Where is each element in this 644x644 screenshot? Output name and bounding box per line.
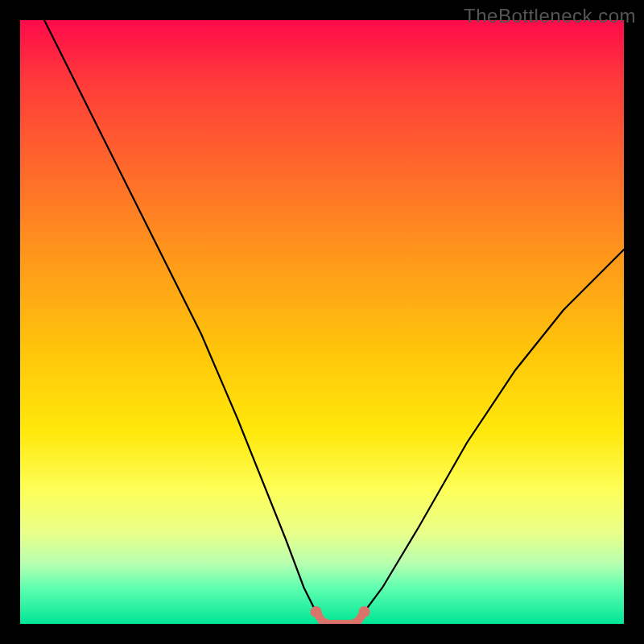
optimal-band-line	[316, 612, 365, 624]
chart-frame: TheBottleneck.com	[0, 0, 644, 644]
plot-area	[20, 20, 624, 624]
optimal-marker-right	[359, 606, 370, 617]
bottleneck-curve	[44, 20, 624, 624]
curve-layer	[20, 20, 624, 624]
optimal-marker-left	[311, 606, 322, 617]
watermark-text: TheBottleneck.com	[464, 5, 636, 27]
